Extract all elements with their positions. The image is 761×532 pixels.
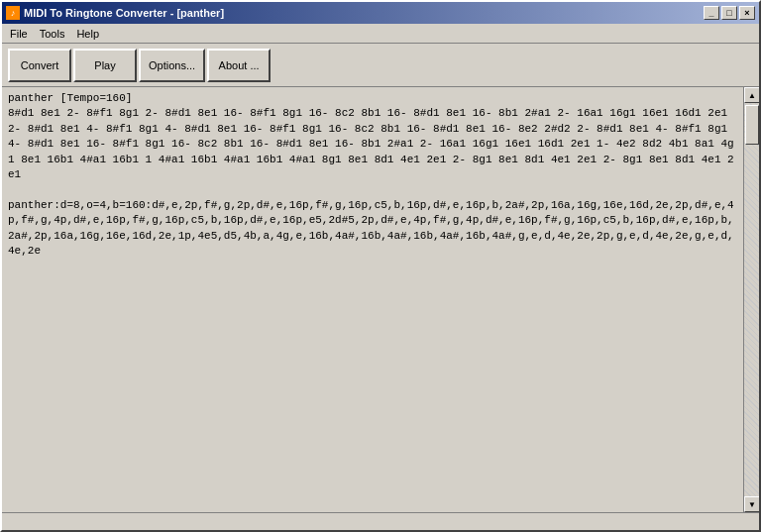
main-window: ♪ MIDI To Ringtone Converter - [panther]… <box>0 0 761 532</box>
menu-help[interactable]: Help <box>70 26 105 42</box>
minimize-button[interactable]: _ <box>704 6 719 20</box>
app-icon: ♪ <box>6 6 20 20</box>
convert-button[interactable]: Convert <box>8 49 71 82</box>
output-text[interactable]: panther [Tempo=160] 8#d1 8e1 2- 8#f1 8g1… <box>2 87 743 512</box>
menu-bar: File Tools Help <box>2 24 759 44</box>
window-title: MIDI To Ringtone Converter - [panther] <box>24 7 224 19</box>
scrollbar: ▲ ▼ <box>743 87 759 512</box>
content-area: panther [Tempo=160] 8#d1 8e1 2- 8#f1 8g1… <box>2 87 759 512</box>
scrollbar-thumb[interactable] <box>745 105 759 145</box>
about-button[interactable]: About ... <box>207 49 271 82</box>
play-button[interactable]: Play <box>73 49 137 82</box>
title-bar-left: ♪ MIDI To Ringtone Converter - [panther] <box>6 6 224 20</box>
close-button[interactable]: × <box>739 6 755 20</box>
scroll-down-button[interactable]: ▼ <box>744 496 759 512</box>
scrollbar-track[interactable] <box>744 103 759 496</box>
menu-file[interactable]: File <box>4 26 34 42</box>
options-button[interactable]: Options... <box>139 49 205 82</box>
menu-tools[interactable]: Tools <box>34 26 71 42</box>
toolbar: Convert Play Options... About ... <box>2 44 759 87</box>
title-buttons: _ □ × <box>704 6 755 20</box>
title-bar: ♪ MIDI To Ringtone Converter - [panther]… <box>2 2 759 24</box>
scroll-up-button[interactable]: ▲ <box>744 87 759 103</box>
status-bar <box>2 512 759 530</box>
maximize-button[interactable]: □ <box>721 6 737 20</box>
